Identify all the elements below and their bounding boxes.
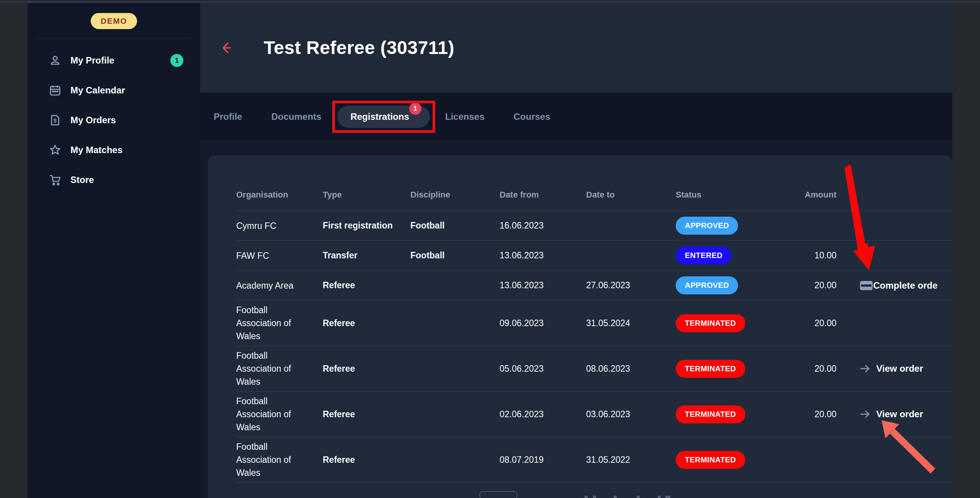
cell-organisation: Academy Area bbox=[236, 279, 313, 292]
cell-status: APPROVED bbox=[676, 276, 775, 294]
complete-order-link[interactable]: Complete orde bbox=[836, 280, 952, 291]
status-badge: TERMINATED bbox=[676, 451, 745, 469]
column-header-date-from: Date from bbox=[500, 190, 586, 200]
cell-amount: 20.00 bbox=[775, 318, 836, 328]
cell-type: Referee bbox=[323, 364, 410, 374]
sidebar-item-my-profile[interactable]: My Profile1 bbox=[28, 46, 200, 75]
cell-type: Referee bbox=[323, 409, 410, 420]
action-label: Complete orde bbox=[873, 280, 938, 291]
view-order-link[interactable]: View order bbox=[836, 363, 952, 374]
star-icon bbox=[48, 143, 62, 157]
app-window: DEMO My Profile1My Calendar$My OrdersMy … bbox=[28, 3, 952, 498]
main-area: Test Referee (303711) ProfileDocumentsRe… bbox=[200, 3, 952, 498]
cell-organisation: Football Association of Wales bbox=[236, 304, 313, 343]
cell-status: ENTERED bbox=[676, 247, 775, 265]
desktop-frame: DEMO My Profile1My Calendar$My OrdersMy … bbox=[0, 0, 980, 498]
tab-documents[interactable]: Documents bbox=[271, 106, 322, 128]
sidebar: DEMO My Profile1My Calendar$My OrdersMy … bbox=[28, 3, 200, 498]
column-header-type: Type bbox=[323, 190, 410, 200]
cell-type: Referee bbox=[323, 318, 410, 328]
cell-date-from: 02.06.2023 bbox=[500, 409, 586, 420]
cell-type: First registration bbox=[323, 220, 410, 231]
cell-date-from: 08.07.2019 bbox=[500, 455, 586, 465]
table-row: Football Association of WalesReferee09.0… bbox=[236, 300, 952, 346]
tab-label: Documents bbox=[271, 111, 322, 122]
cell-organisation: Football Association of Wales bbox=[236, 440, 313, 479]
cell-date-to: 31.05.2024 bbox=[586, 318, 676, 328]
cell-organisation: Cymru FC bbox=[236, 219, 313, 232]
cell-organisation: Football Association of Wales bbox=[236, 395, 313, 434]
table-row: Football Association of WalesReferee02.0… bbox=[236, 392, 952, 437]
invoice-icon: $ bbox=[48, 113, 62, 127]
sidebar-item-my-matches[interactable]: My Matches bbox=[28, 135, 200, 165]
pagination-partial-text bbox=[585, 496, 670, 498]
tab-profile[interactable]: Profile bbox=[214, 106, 242, 128]
table-row: Football Association of WalesReferee08.0… bbox=[236, 437, 952, 483]
cell-status: APPROVED bbox=[676, 217, 775, 235]
page-header: Test Referee (303711) bbox=[200, 3, 952, 93]
sidebar-item-label: Store bbox=[70, 175, 94, 185]
sidebar-item-label: My Profile bbox=[70, 55, 114, 66]
cell-status: TERMINATED bbox=[676, 451, 775, 469]
status-badge: APPROVED bbox=[676, 276, 738, 294]
svg-text:$: $ bbox=[54, 118, 57, 124]
sidebar-menu: My Profile1My Calendar$My OrdersMy Match… bbox=[28, 46, 200, 195]
tab-count-badge: 1 bbox=[409, 103, 421, 115]
cell-organisation: FAW FC bbox=[236, 249, 313, 262]
cell-type: Transfer bbox=[323, 250, 410, 261]
cell-date-to: 08.06.2023 bbox=[586, 364, 676, 374]
status-badge: TERMINATED bbox=[676, 360, 745, 378]
cell-date-to: 31.05.2022 bbox=[586, 455, 676, 465]
table-header-row: OrganisationTypeDisciplineDate fromDate … bbox=[236, 155, 952, 211]
back-button[interactable] bbox=[217, 39, 235, 57]
column-header-amount: Amount bbox=[775, 190, 836, 200]
cell-amount: 10.00 bbox=[775, 250, 836, 261]
user-icon bbox=[48, 54, 62, 67]
cell-date-from: 13.06.2023 bbox=[500, 280, 586, 291]
status-badge: ENTERED bbox=[676, 247, 732, 265]
arrow-right-icon bbox=[859, 364, 871, 374]
cell-status: TERMINATED bbox=[676, 314, 775, 332]
arrow-left-icon bbox=[219, 41, 233, 55]
registrations-card: OrganisationTypeDisciplineDate fromDate … bbox=[208, 155, 952, 498]
cell-amount: 20.00 bbox=[775, 409, 836, 420]
cell-organisation: Football Association of Wales bbox=[236, 349, 313, 388]
tab-licenses[interactable]: Licenses bbox=[445, 106, 485, 128]
cell-date-from: 16.06.2023 bbox=[500, 220, 586, 231]
sidebar-item-store[interactable]: Store bbox=[28, 165, 200, 195]
column-header-date-to: Date to bbox=[586, 190, 676, 200]
sidebar-divider bbox=[38, 38, 190, 39]
tab-courses[interactable]: Courses bbox=[513, 106, 550, 128]
table-row: Football Association of WalesReferee05.0… bbox=[236, 346, 952, 392]
sidebar-item-label: My Matches bbox=[70, 145, 122, 155]
tab-label: Registrations bbox=[350, 111, 409, 122]
tab-registrations[interactable]: Registrations1 bbox=[337, 106, 430, 128]
sidebar-item-count-badge: 1 bbox=[170, 54, 183, 67]
status-badge: TERMINATED bbox=[676, 314, 745, 332]
cell-date-to: 27.06.2023 bbox=[586, 280, 676, 291]
table-row: Cymru FCFirst registrationFootball16.06.… bbox=[236, 211, 952, 241]
sidebar-item-my-calendar[interactable]: My Calendar bbox=[28, 75, 200, 105]
cell-type: Referee bbox=[323, 455, 410, 465]
status-badge: APPROVED bbox=[676, 217, 738, 235]
arrow-right-icon bbox=[859, 409, 871, 419]
cell-discipline: Football bbox=[410, 220, 500, 231]
column-header-organisation: Organisation bbox=[236, 190, 323, 200]
tab-label: Licenses bbox=[445, 111, 485, 122]
page-title: Test Referee (303711) bbox=[264, 37, 454, 58]
tab-label: Courses bbox=[513, 111, 550, 122]
cell-status: TERMINATED bbox=[676, 360, 775, 378]
calendar-icon bbox=[48, 83, 62, 97]
cell-date-from: 09.06.2023 bbox=[500, 318, 586, 328]
tabs-bar: ProfileDocumentsRegistrations1LicensesCo… bbox=[200, 93, 952, 141]
registrations-table: Cymru FCFirst registrationFootball16.06.… bbox=[236, 211, 952, 483]
action-label: View order bbox=[876, 363, 923, 374]
table-row: Academy AreaReferee13.06.202327.06.2023A… bbox=[236, 271, 952, 300]
table-row: FAW FCTransferFootball13.06.2023ENTERED1… bbox=[236, 241, 952, 271]
cell-date-from: 05.06.2023 bbox=[500, 364, 586, 374]
content-area: OrganisationTypeDisciplineDate fromDate … bbox=[200, 141, 952, 498]
cart-icon bbox=[48, 173, 62, 187]
sidebar-item-my-orders[interactable]: $My Orders bbox=[28, 105, 200, 135]
page-size-select-partial[interactable] bbox=[479, 491, 518, 498]
view-order-link[interactable]: View order bbox=[836, 409, 952, 420]
